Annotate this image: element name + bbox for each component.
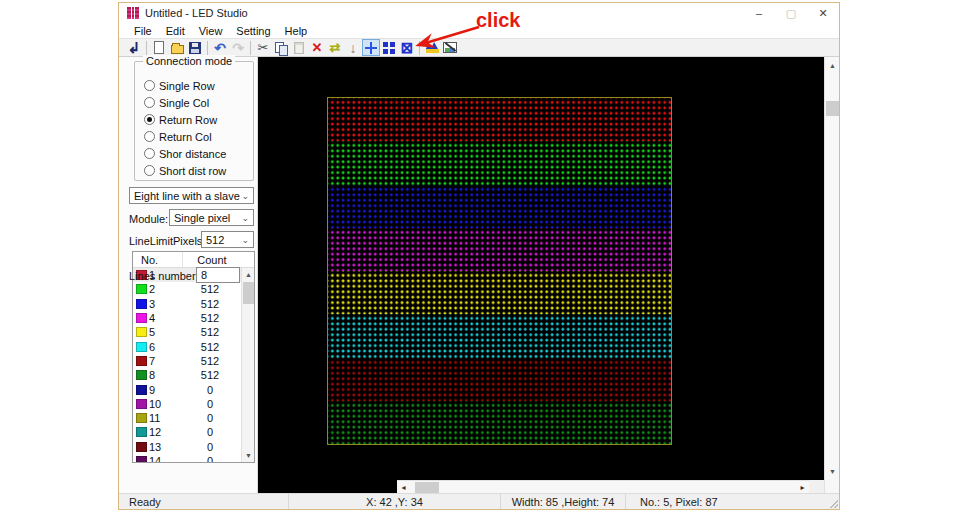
radio-short-dist-row[interactable]: Short dist row xyxy=(144,164,226,177)
copy-button[interactable] xyxy=(272,39,290,56)
close-button[interactable]: ✕ xyxy=(807,3,839,23)
color-swatch xyxy=(136,356,147,366)
radio-button-icon[interactable] xyxy=(144,80,155,91)
cell-no: 9 xyxy=(149,384,181,396)
resize-grip-icon[interactable] xyxy=(829,499,838,508)
arrow-down-button[interactable] xyxy=(344,39,362,56)
line-limit-value: 512 xyxy=(206,234,224,246)
menu-item-setting[interactable]: Setting xyxy=(229,25,277,37)
radio-button-icon[interactable] xyxy=(144,165,155,176)
color-swatch xyxy=(136,370,147,380)
table-row[interactable]: 140 xyxy=(133,454,241,462)
paste-icon xyxy=(294,42,304,54)
radio-label: Single Row xyxy=(159,80,215,92)
table-row[interactable]: 110 xyxy=(133,411,241,425)
toolbar-separator xyxy=(250,41,251,55)
color-swatch xyxy=(136,327,147,337)
scroll-up-icon[interactable]: ▲ xyxy=(826,59,839,72)
table-body: 1512251235124512551265127512851290100110… xyxy=(133,268,241,462)
radio-single-col[interactable]: Single Col xyxy=(144,96,209,109)
table-row[interactable]: 4512 xyxy=(133,311,241,325)
boxed-x-button[interactable] xyxy=(398,39,416,56)
cell-count: 512 xyxy=(181,283,239,295)
color-swatch xyxy=(136,456,147,462)
design-canvas[interactable]: ◂ ▸ xyxy=(258,57,824,493)
scroll-down-icon[interactable]: ▼ xyxy=(242,449,255,462)
radio-button-icon[interactable] xyxy=(144,131,155,142)
table-row[interactable]: 130 xyxy=(133,440,241,454)
chevron-down-icon: ⌄ xyxy=(241,213,253,223)
line-limit-select[interactable]: 512 ⌄ xyxy=(201,231,254,248)
scrollbar-thumb[interactable] xyxy=(415,482,439,493)
export-image-icon xyxy=(443,42,457,53)
status-bar: Ready X: 42 ,Y: 34 Width: 85 ,Height: 74… xyxy=(119,493,839,509)
table-row[interactable]: 5512 xyxy=(133,325,241,339)
line-limit-label: LineLimitPixels: xyxy=(129,235,205,247)
toolbar-separator xyxy=(419,41,420,55)
status-ready: Ready xyxy=(119,494,289,509)
table-row[interactable]: 90 xyxy=(133,382,241,396)
radio-button-icon[interactable] xyxy=(144,148,155,159)
delete-icon xyxy=(309,40,325,56)
scrollbar-thumb[interactable] xyxy=(826,101,839,116)
cell-count: 512 xyxy=(181,369,239,381)
scroll-down-icon[interactable]: ▼ xyxy=(826,465,839,478)
table-row[interactable]: 3512 xyxy=(133,297,241,311)
radio-return-row[interactable]: Return Row xyxy=(144,113,217,126)
save-button[interactable] xyxy=(186,39,204,56)
app-logo-icon xyxy=(127,7,139,19)
crosshair-button[interactable] xyxy=(362,39,380,56)
module-select[interactable]: Single pixel ⌄ xyxy=(169,209,254,226)
radio-label: Short dist row xyxy=(159,165,226,177)
vertical-scrollbar[interactable]: ▲ ▼ xyxy=(824,57,839,493)
menu-item-file[interactable]: File xyxy=(127,25,159,37)
column-header-no[interactable]: No. xyxy=(133,252,183,267)
open-folder-button[interactable] xyxy=(168,39,186,56)
table-row[interactable]: 7512 xyxy=(133,354,241,368)
undo-drop-button[interactable] xyxy=(125,39,143,56)
line-mode-select[interactable]: Eight line with a slave ⌄ xyxy=(129,187,254,204)
lines-number-input[interactable]: 8 xyxy=(196,267,240,283)
table-row[interactable]: 2512 xyxy=(133,282,241,296)
led-display-icon xyxy=(426,42,439,53)
table-row[interactable]: 6512 xyxy=(133,339,241,353)
led-stripe-2 xyxy=(328,141,671,184)
undo-drop-icon xyxy=(126,40,142,56)
table-row[interactable]: 120 xyxy=(133,425,241,439)
radio-button-icon[interactable] xyxy=(144,114,155,125)
horizontal-scrollbar[interactable]: ◂ ▸ xyxy=(397,480,809,493)
radio-single-row[interactable]: Single Row xyxy=(144,79,215,92)
undo-button[interactable] xyxy=(211,39,229,56)
table-row[interactable]: 8512 xyxy=(133,368,241,382)
radio-shor-distance[interactable]: Shor distance xyxy=(144,147,226,160)
menu-item-view[interactable]: View xyxy=(192,25,230,37)
minimize-button[interactable]: – xyxy=(743,3,775,23)
menu-item-help[interactable]: Help xyxy=(278,25,315,37)
radio-button-icon[interactable] xyxy=(144,97,155,108)
cell-no: 4 xyxy=(149,312,181,324)
cell-count: 0 xyxy=(181,426,239,438)
column-header-count[interactable]: Count xyxy=(183,252,241,267)
cell-count: 0 xyxy=(181,398,239,410)
maximize-button[interactable]: ▢ xyxy=(775,3,807,23)
led-panel[interactable] xyxy=(327,97,672,445)
scrollbar-thumb[interactable] xyxy=(243,282,254,304)
cell-count: 512 xyxy=(181,326,239,338)
export-image-button[interactable] xyxy=(441,39,459,56)
swap-arrows-button[interactable] xyxy=(326,39,344,56)
delete-button[interactable] xyxy=(308,39,326,56)
led-display-button[interactable] xyxy=(423,39,441,56)
redo-icon xyxy=(230,40,246,56)
window-controls: – ▢ ✕ xyxy=(743,3,839,23)
paste-button[interactable] xyxy=(290,39,308,56)
redo-button[interactable] xyxy=(229,39,247,56)
tile-view-button[interactable] xyxy=(380,39,398,56)
table-row[interactable]: 100 xyxy=(133,397,241,411)
color-swatch xyxy=(136,299,147,309)
menu-item-edit[interactable]: Edit xyxy=(159,25,192,37)
scroll-up-icon[interactable]: ▲ xyxy=(242,268,255,281)
radio-return-col[interactable]: Return Col xyxy=(144,130,212,143)
cut-button[interactable] xyxy=(254,39,272,56)
new-file-button[interactable] xyxy=(150,39,168,56)
table-scrollbar[interactable]: ▲ ▼ xyxy=(241,268,254,462)
